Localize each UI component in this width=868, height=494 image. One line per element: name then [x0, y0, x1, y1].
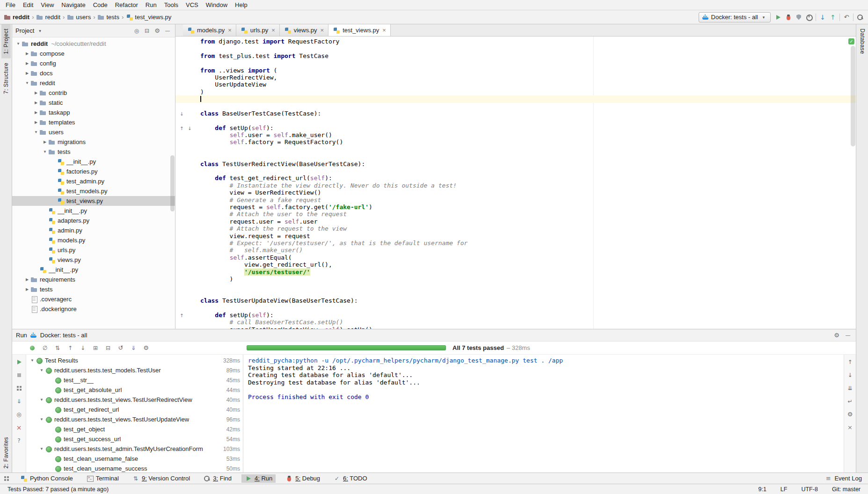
- code-line[interactable]: [175, 117, 856, 124]
- close-tab-icon[interactable]: ×: [321, 27, 324, 34]
- status-widget[interactable]: UTF-8: [801, 486, 817, 493]
- play-button[interactable]: [14, 357, 24, 367]
- close-tab-icon[interactable]: ×: [271, 27, 275, 34]
- code-line[interactable]: UserRedirectView,: [175, 74, 856, 81]
- settings-button[interactable]: ⚙: [153, 27, 161, 35]
- test-result-row[interactable]: ▼reddit.users.tests.test_views.TestUserU…: [26, 414, 243, 424]
- event-log-button[interactable]: ≡Event Log: [821, 474, 865, 483]
- project-tree-item[interactable]: test_models.py: [12, 186, 175, 196]
- code-line[interactable]: view.request = request: [175, 232, 856, 240]
- code-line[interactable]: # self.make_user(): [175, 247, 856, 254]
- toolwindow-button-find[interactable]: 3: Find: [200, 474, 235, 483]
- overriding-method-icon[interactable]: ↑: [180, 312, 183, 319]
- code-line[interactable]: [175, 290, 856, 297]
- chevron-down-icon[interactable]: ▼: [38, 398, 45, 402]
- code-editor[interactable]: from django.test import RequestFactoryfr…: [175, 36, 856, 329]
- export-button[interactable]: ⇓: [14, 396, 24, 407]
- code-line[interactable]: # Attach the user to the request: [175, 211, 856, 218]
- test-result-row[interactable]: test_clean_username_success50ms: [26, 464, 243, 472]
- project-tree-item[interactable]: factories.py: [12, 167, 175, 176]
- toolwindow-button-todo[interactable]: ✓6: TODO: [330, 474, 371, 483]
- pin-button[interactable]: ◎: [14, 409, 24, 420]
- toolwindow-stripe-favorites[interactable]: 2: Favorites: [1, 433, 11, 473]
- menu-tools[interactable]: Tools: [160, 1, 182, 9]
- chevron-right-icon[interactable]: ▶: [24, 71, 30, 75]
- project-tree-item[interactable]: ▶docs: [12, 68, 175, 78]
- toolwindow-button-debug[interactable]: 5: Debug: [282, 474, 323, 483]
- project-tree-item[interactable]: test_admin.py: [12, 176, 175, 186]
- chevron-down-icon[interactable]: ▼: [33, 130, 39, 134]
- menu-navigate[interactable]: Navigate: [58, 1, 89, 9]
- show-passed-button[interactable]: [28, 344, 36, 352]
- collapse-all-button[interactable]: ⊟: [104, 344, 112, 352]
- chevron-right-icon[interactable]: ▶: [33, 101, 39, 105]
- sort-button[interactable]: ⇅: [53, 344, 62, 352]
- profiler-button[interactable]: [804, 12, 814, 22]
- project-tree-item[interactable]: ▶migrations: [12, 137, 175, 147]
- code-line[interactable]: self.factory = RequestFactory(): [175, 138, 856, 145]
- scroll-end-button[interactable]: ⇊: [845, 383, 855, 393]
- project-tree-item[interactable]: __init__.py: [12, 265, 175, 275]
- code-line[interactable]: self.user = self.make_user(): [175, 131, 856, 138]
- overridden-method-icon[interactable]: ↓: [180, 110, 183, 117]
- editor-tab[interactable]: test_views.py×: [328, 24, 391, 36]
- vcs-up-button[interactable]: ↑: [828, 12, 838, 22]
- toolwindow-button-version-control[interactable]: ⇅9: Version Control: [129, 474, 193, 483]
- code-line[interactable]: [175, 153, 856, 160]
- chevron-right-icon[interactable]: ▶: [33, 120, 39, 124]
- revert-button[interactable]: ↶: [841, 12, 852, 22]
- code-line[interactable]: from test_plus.test import TestCase: [175, 52, 856, 59]
- code-line[interactable]: ↓class BaseUserTestCase(TestCase):: [175, 110, 856, 117]
- project-scrollbar[interactable]: [170, 155, 175, 211]
- project-tree-item[interactable]: .coveragerc: [12, 294, 175, 304]
- toolwindow-stripe-database[interactable]: Database: [858, 24, 867, 58]
- editor-tab[interactable]: views.py×: [280, 24, 328, 36]
- settings-button[interactable]: ⚙: [142, 344, 150, 352]
- menu-help[interactable]: Help: [231, 1, 251, 9]
- project-tree-item[interactable]: .dockerignore: [12, 304, 175, 314]
- project-tree-item[interactable]: __init__.py: [12, 157, 175, 167]
- code-line[interactable]: class TestUserUpdateView(BaseUserTestCas…: [175, 297, 856, 304]
- code-line[interactable]: # Instantiate the view directly. Never d…: [175, 182, 856, 189]
- chevron-down-icon[interactable]: ▼: [38, 417, 45, 421]
- grid-button[interactable]: [14, 383, 24, 393]
- bug-button[interactable]: [783, 12, 794, 22]
- code-line[interactable]: # Attach the request to the view: [175, 225, 856, 232]
- test-result-row[interactable]: ▼Test Results328ms: [26, 356, 243, 365]
- toolwindow-switcher-icon[interactable]: [3, 475, 10, 482]
- export-button[interactable]: ⇓: [129, 344, 138, 352]
- chevron-down-icon[interactable]: ▼: [38, 447, 45, 451]
- overridden-method-icon[interactable]: ↓: [188, 125, 191, 132]
- project-tree-item[interactable]: ▶requirements: [12, 275, 175, 284]
- chevron-down-icon[interactable]: ▼: [29, 358, 36, 363]
- breadcrumb-item[interactable]: reddit: [36, 14, 60, 21]
- collapse-all-button[interactable]: ⊟: [143, 27, 151, 35]
- project-tree-item[interactable]: ▶config: [12, 58, 175, 68]
- code-line[interactable]: UserUpdateView: [175, 81, 856, 88]
- project-tree-item[interactable]: ▶static: [12, 98, 175, 108]
- code-line[interactable]: def test_get_redirect_url(self):: [175, 174, 856, 182]
- code-line[interactable]: [175, 95, 856, 102]
- history-button[interactable]: ↺: [117, 344, 125, 352]
- arrow-down-button[interactable]: ↓: [79, 344, 87, 352]
- code-line[interactable]: [175, 146, 856, 153]
- chevron-down-icon[interactable]: ▼: [24, 81, 30, 85]
- test-result-row[interactable]: test_get_object42ms: [26, 424, 243, 434]
- code-line[interactable]: request.user = self.user: [175, 218, 856, 225]
- project-tree-item[interactable]: ▶contrib: [12, 88, 175, 98]
- code-line[interactable]: # call BaseUserTestCase.setUp(): [175, 319, 856, 326]
- test-result-row[interactable]: ▼reddit.users.tests.test_admin.TestMyUse…: [26, 444, 243, 454]
- chevron-down-icon[interactable]: ▼: [38, 368, 45, 372]
- settings-button[interactable]: ⚙: [832, 331, 841, 340]
- project-tree-item[interactable]: ▼tests: [12, 147, 175, 157]
- menu-refactor[interactable]: Refactor: [111, 1, 142, 9]
- breadcrumb-item[interactable]: reddit: [4, 14, 29, 21]
- locate-button[interactable]: ◎: [132, 27, 141, 35]
- menu-vcs[interactable]: VCS: [182, 1, 202, 9]
- close-button[interactable]: ×: [14, 422, 24, 433]
- menu-window[interactable]: Window: [202, 1, 231, 9]
- show-ignored-button[interactable]: ∅: [41, 344, 49, 352]
- project-tree-item[interactable]: ▼reddit~/cookiecutter/reddit: [12, 39, 175, 49]
- expand-all-button[interactable]: ⊞: [91, 344, 100, 352]
- code-line[interactable]: [175, 45, 856, 52]
